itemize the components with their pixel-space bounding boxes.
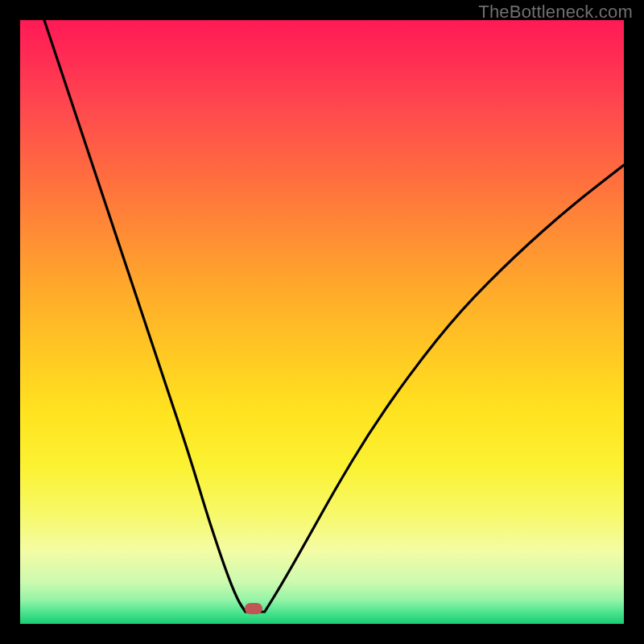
optimal-point-marker — [245, 603, 262, 614]
bottleneck-curve — [20, 20, 624, 624]
chart-frame: TheBottleneck.com — [0, 0, 644, 644]
watermark-text: TheBottleneck.com — [478, 2, 633, 23]
plot-area — [20, 20, 624, 624]
